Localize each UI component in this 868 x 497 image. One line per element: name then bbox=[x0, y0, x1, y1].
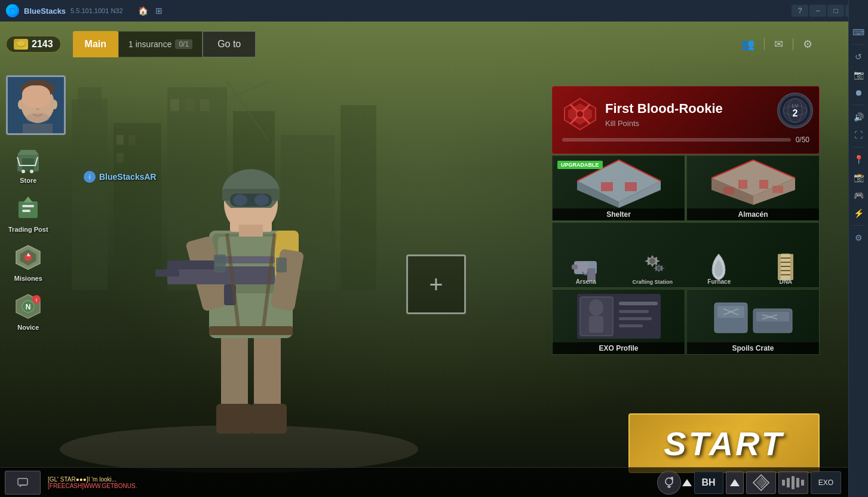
sidebar-item-novice[interactable]: N ! Novice bbox=[5, 288, 52, 335]
building-crafting[interactable]: Crafting Station bbox=[619, 223, 686, 287]
svg-point-78 bbox=[576, 111, 584, 118]
rs-record-icon[interactable]: ⏺ bbox=[850, 84, 867, 101]
soldier-character bbox=[137, 99, 364, 446]
start-label: START bbox=[664, 424, 784, 463]
start-button[interactable]: START bbox=[628, 413, 820, 473]
svg-rect-9 bbox=[116, 135, 124, 145]
multiwindow-icon[interactable]: ⊞ bbox=[155, 6, 162, 16]
username-icon: i bbox=[84, 171, 96, 183]
svg-rect-48 bbox=[155, 269, 179, 277]
dna-label: DNA bbox=[753, 278, 820, 285]
svg-rect-133 bbox=[18, 478, 27, 485]
chat-icon bbox=[17, 477, 29, 489]
top-right-icons: 👥 ✉ ⚙ bbox=[741, 38, 824, 51]
insurance-count: 0/1 bbox=[175, 39, 192, 49]
help-button[interactable]: ? bbox=[792, 5, 808, 17]
exo-label: EXO Profile bbox=[553, 342, 685, 354]
svg-rect-10 bbox=[128, 135, 136, 145]
currency-display[interactable]: 2143 bbox=[6, 36, 61, 53]
rs-keyboard-icon[interactable]: ⌨ bbox=[850, 24, 867, 41]
minimize-button[interactable]: − bbox=[809, 5, 826, 17]
building-shelter[interactable]: UPGRADABLE Shelter bbox=[552, 155, 685, 221]
svg-rect-126 bbox=[717, 321, 744, 332]
arrow-up-icon bbox=[730, 479, 740, 486]
game-area: 2143 Main 1 insurance 0/1 Go to 👥 ✉ ⚙ i … bbox=[0, 22, 848, 497]
sidebar-item-store[interactable]: Store bbox=[5, 141, 52, 188]
building-spoils[interactable]: Spoils Crate bbox=[686, 289, 820, 355]
goto-button[interactable]: Go to bbox=[203, 31, 256, 57]
tab-insurance[interactable]: 1 insurance 0/1 bbox=[118, 31, 203, 57]
building-dna[interactable]: DNA bbox=[753, 223, 820, 287]
rs-location-icon[interactable]: 📍 bbox=[850, 151, 867, 168]
chat-line-1: [GL' STAR●●●]I 'm looki... bbox=[48, 476, 650, 483]
svg-rect-90 bbox=[625, 182, 637, 191]
svg-point-24 bbox=[51, 100, 57, 109]
avatar[interactable] bbox=[6, 75, 66, 135]
rs-volume-icon[interactable]: 🔊 bbox=[850, 109, 867, 125]
building-furnace[interactable]: Furnace bbox=[686, 223, 753, 287]
novice-icon: N ! bbox=[13, 292, 43, 321]
faction-bars-button[interactable] bbox=[778, 471, 808, 494]
rank-card[interactable]: First Blood-Rookie Kill Points 0/50 bbox=[552, 86, 820, 154]
gender-icon[interactable] bbox=[657, 471, 681, 495]
furnace-label: Furnace bbox=[686, 278, 753, 285]
rs-camera-icon[interactable]: 📸 bbox=[850, 169, 867, 186]
home-icon[interactable]: 🏠 bbox=[138, 6, 148, 16]
building-exo[interactable]: EXO Profile bbox=[552, 289, 685, 355]
rs-boost-icon[interactable]: ⚡ bbox=[850, 205, 867, 222]
sidebar-item-trading[interactable]: Trading Post bbox=[5, 190, 52, 237]
rank-emblem-icon bbox=[562, 96, 598, 132]
right-sidebar: ⌨ ↺ 📷 ⏺ 🔊 ⛶ 📍 📸 🎮 ⚡ ⚙ bbox=[848, 0, 868, 497]
svg-rect-115 bbox=[790, 254, 793, 280]
sidebar-item-misiones[interactable]: Misiones bbox=[5, 239, 52, 286]
building-arsenal[interactable]: Arsena bbox=[553, 223, 619, 287]
faction-button[interactable]: BH bbox=[694, 471, 723, 494]
building-almacen[interactable]: Almacén bbox=[686, 155, 820, 221]
buildings-grid: UPGRADABLE Shelter bbox=[552, 155, 820, 355]
faction-arrow-button[interactable] bbox=[726, 471, 744, 494]
misiones-label: Misiones bbox=[14, 275, 42, 282]
exo-button[interactable]: EXO bbox=[811, 471, 841, 494]
add-slot-button[interactable]: + bbox=[406, 254, 466, 314]
settings-icon[interactable]: ⚙ bbox=[803, 38, 812, 51]
tab-main-label: Main bbox=[85, 39, 106, 50]
rs-divider-2 bbox=[852, 105, 864, 105]
left-sidebar: Store Trading Post bbox=[5, 141, 52, 335]
svg-point-19 bbox=[21, 80, 54, 98]
building-bottom-row: Arsena bbox=[552, 222, 820, 288]
friends-icon[interactable]: 👥 bbox=[741, 38, 754, 51]
svg-rect-99 bbox=[772, 186, 783, 193]
app-name-label: BlueStacks bbox=[24, 7, 66, 16]
hud-divider-2 bbox=[793, 38, 793, 50]
faction-logo-button[interactable] bbox=[746, 471, 776, 494]
maximize-button[interactable]: □ bbox=[827, 5, 844, 17]
svg-point-23 bbox=[18, 100, 24, 109]
right-panel: First Blood-Rookie Kill Points 0/50 bbox=[552, 86, 820, 355]
store-label: Store bbox=[20, 177, 36, 184]
currency-icon bbox=[14, 39, 28, 50]
svg-point-56 bbox=[17, 41, 25, 46]
trading-label: Trading Post bbox=[8, 226, 48, 233]
titlebar-extra-icons: 🏠 ⊞ bbox=[129, 6, 171, 16]
svg-text:N: N bbox=[26, 303, 31, 311]
svg-rect-97 bbox=[759, 180, 768, 189]
shelter-label: Shelter bbox=[553, 208, 685, 220]
tab-main[interactable]: Main bbox=[73, 31, 118, 57]
faction-up-arrow-icon[interactable] bbox=[682, 479, 692, 486]
rs-rotate-icon[interactable]: ↺ bbox=[850, 48, 867, 65]
svg-rect-11 bbox=[116, 153, 124, 162]
rs-settings-bottom-icon[interactable]: ⚙ bbox=[850, 229, 867, 246]
bar-4 bbox=[796, 478, 799, 487]
rs-gamepad-icon[interactable]: 🎮 bbox=[850, 187, 867, 204]
top-hud: 2143 Main 1 insurance 0/1 Go to 👥 ✉ ⚙ bbox=[0, 26, 824, 62]
svg-rect-29 bbox=[216, 404, 252, 434]
rs-screenshot-icon[interactable]: 📷 bbox=[850, 66, 867, 83]
rank-progress: 0/50 bbox=[796, 136, 809, 144]
gender-symbol-icon bbox=[664, 477, 674, 489]
mail-icon[interactable]: ✉ bbox=[774, 38, 783, 51]
chat-button[interactable] bbox=[5, 471, 41, 495]
bar-3 bbox=[792, 476, 795, 489]
rs-fullscreen-icon[interactable]: ⛶ bbox=[850, 127, 867, 143]
svg-point-21 bbox=[41, 99, 46, 105]
svg-rect-2 bbox=[72, 99, 108, 290]
